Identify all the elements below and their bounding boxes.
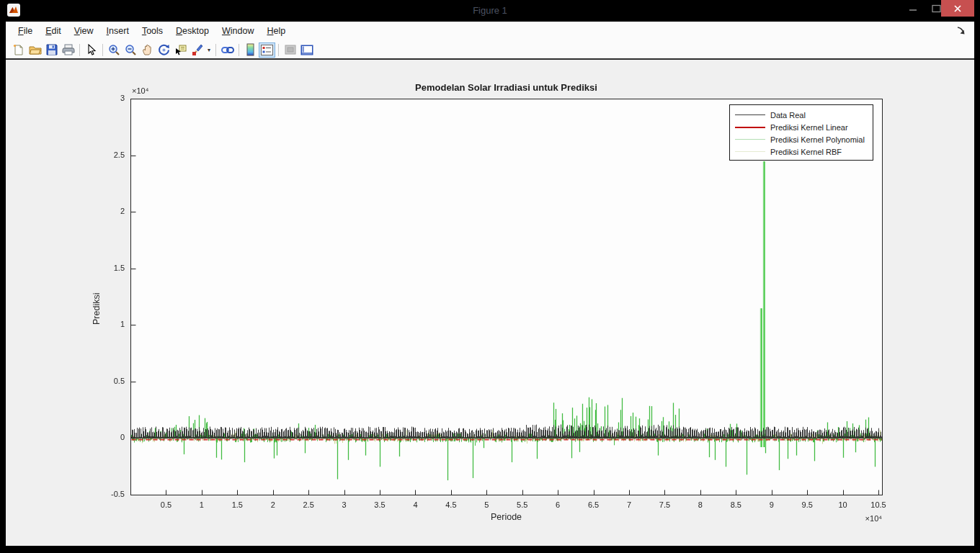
legend-line-sample [735, 127, 765, 128]
x-tick-label: 2.5 [293, 500, 324, 509]
toolbar-separator [79, 44, 80, 56]
y-tick-label: 2.5 [96, 150, 125, 159]
close-icon [953, 4, 963, 14]
x-tick-label: 8 [685, 500, 716, 509]
figure-canvas-area: Pemodelan Solar Irradiasi untuk Prediksi… [6, 60, 974, 546]
legend-label: Data Real [770, 111, 806, 120]
x-tick-label: 8.5 [720, 500, 752, 509]
x-tick-label: 10.5 [863, 500, 894, 509]
x-tick-label: 3.5 [364, 500, 396, 509]
x-tick-label: 5 [471, 500, 502, 509]
x-tick-label: 6.5 [578, 500, 610, 509]
data-cursor-icon[interactable] [172, 42, 189, 58]
x-tick-label: 1.5 [221, 500, 253, 509]
x-tick-label: 0.5 [150, 500, 182, 509]
legend-line-sample [735, 151, 765, 153]
pan-icon[interactable] [139, 42, 156, 58]
menu-item-tools[interactable]: Tools [135, 22, 169, 41]
figure-window: FileEditViewInsertToolsDesktopWindowHelp [6, 22, 974, 546]
x-axis-label: Periode [130, 512, 882, 522]
chart-legend[interactable]: Data RealPrediksi Kernel LinearPrediksi … [729, 104, 873, 161]
y-tick-label: 0.5 [96, 377, 125, 385]
new-figure-icon[interactable] [10, 42, 27, 58]
dock-figure-arrow-icon[interactable] [956, 25, 967, 37]
open-file-icon[interactable] [27, 42, 43, 58]
menu-bar: FileEditViewInsertToolsDesktopWindowHelp [6, 22, 974, 41]
y-tick-label: 0 [96, 433, 125, 441]
x-tick-label: 10 [827, 500, 859, 509]
zoom-in-icon[interactable] [106, 42, 122, 58]
legend-label: Prediksi Kernel Polynomial [770, 135, 865, 144]
x-tick-label: 9.5 [791, 500, 823, 509]
y-tick-label: 2 [96, 207, 125, 215]
maximize-icon [932, 4, 941, 13]
menu-item-edit[interactable]: Edit [39, 22, 68, 41]
legend-entry: Data Real [730, 109, 873, 121]
x-tick-label: 4 [399, 500, 431, 509]
x-tick-label: 6 [542, 500, 574, 509]
menu-item-insert[interactable]: Insert [100, 22, 135, 41]
show-plot-tools-icon[interactable] [298, 42, 315, 58]
toolbar-separator [215, 44, 216, 56]
menu-item-file[interactable]: File [12, 22, 39, 41]
save-icon[interactable] [43, 42, 60, 58]
print-icon[interactable] [60, 42, 76, 58]
legend-entry: Prediksi Kernel RBF [730, 145, 873, 158]
brush-icon[interactable] [189, 42, 205, 58]
menu-item-desktop[interactable]: Desktop [169, 22, 215, 41]
figure-toolbar: ▾ [6, 41, 974, 60]
legend-icon[interactable] [259, 42, 275, 58]
legend-line-sample [735, 139, 765, 140]
x-tick-label: 9 [756, 500, 788, 509]
link-plot-icon[interactable] [219, 42, 236, 58]
toolbar-separator [239, 44, 239, 56]
x-tick-label: 1 [186, 500, 218, 509]
window-title: Figure 1 [0, 0, 980, 22]
y-tick-label: 3 [96, 94, 125, 102]
hide-plot-tools-icon [282, 42, 298, 58]
colorbar-icon[interactable] [242, 42, 259, 58]
y-tick-label: 1 [96, 320, 125, 328]
cursor-icon[interactable] [83, 42, 99, 58]
legend-label: Prediksi Kernel Linear [770, 123, 848, 132]
y-tick-label: -0.5 [96, 490, 125, 498]
x-tick-label: 5.5 [507, 500, 538, 509]
menu-item-view[interactable]: View [68, 22, 100, 41]
legend-line-sample [735, 114, 765, 116]
x-tick-label: 4.5 [435, 500, 467, 509]
y-tick-label: 1.5 [96, 264, 125, 272]
legend-label: Prediksi Kernel RBF [770, 148, 842, 156]
y-axis-exponent: ×10⁴ [132, 86, 148, 95]
x-tick-label: 7 [613, 500, 645, 509]
toolbar-separator [278, 44, 279, 56]
minimize-icon [909, 4, 917, 13]
minimize-button[interactable] [902, 0, 924, 17]
legend-entry: Prediksi Kernel Linear [730, 121, 873, 133]
menu-item-window[interactable]: Window [215, 22, 260, 41]
x-tick-label: 2 [257, 500, 289, 509]
chart-title: Pemodelan Solar Irradiasi untuk Prediksi [130, 82, 882, 93]
zoom-out-icon[interactable] [122, 42, 139, 58]
toolbar-separator [102, 44, 103, 56]
rotate-3d-icon[interactable] [156, 42, 172, 58]
window-titlebar[interactable]: Figure 1 [0, 0, 980, 22]
x-tick-label: 3 [329, 500, 360, 509]
x-tick-label: 7.5 [649, 500, 680, 509]
close-button[interactable] [941, 0, 974, 17]
legend-entry: Prediksi Kernel Polynomial [730, 133, 873, 145]
menu-item-help[interactable]: Help [260, 22, 292, 41]
brush-dropdown-icon[interactable]: ▾ [205, 42, 213, 58]
